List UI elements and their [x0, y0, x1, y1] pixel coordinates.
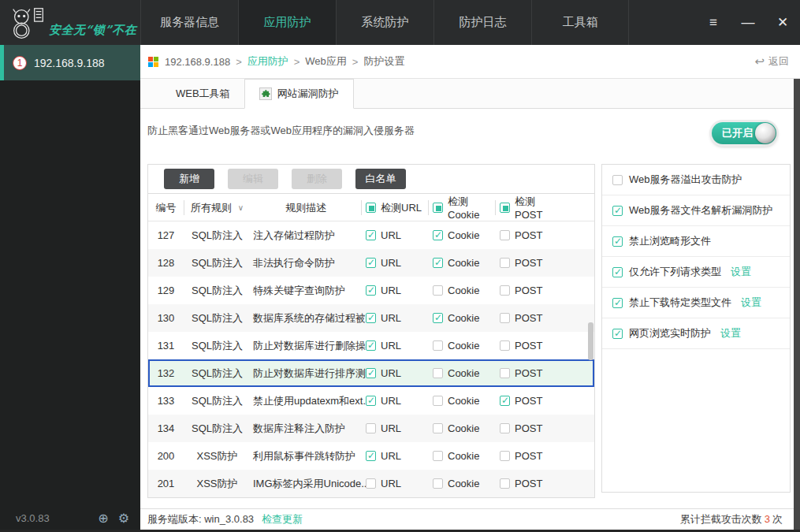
nav-item-3[interactable]: 系统防护: [336, 0, 433, 45]
post-checkbox[interactable]: [500, 258, 510, 268]
sidebar-item-server[interactable]: 1 192.168.9.188: [0, 45, 140, 80]
table-row[interactable]: 129SQL防注入特殊关键字查询防护URLCookiePOST: [148, 277, 594, 304]
post-checkbox[interactable]: [500, 340, 510, 351]
panel-checkbox[interactable]: [612, 267, 623, 277]
back-label: 返回: [768, 54, 789, 69]
url-checkbox[interactable]: [366, 285, 376, 296]
cookie-checkbox-label: Cookie: [448, 257, 479, 269]
header-check-cookie[interactable]: 检测Cookie: [428, 194, 495, 221]
cookie-checkbox[interactable]: [433, 368, 443, 378]
settings-link[interactable]: 设置: [731, 265, 751, 279]
panel-checkbox[interactable]: [612, 298, 623, 308]
table-scrollbar-thumb[interactable]: [588, 322, 593, 360]
nav-item-1[interactable]: 服务器信息: [140, 0, 238, 45]
cookie-select-all-checkbox[interactable]: [433, 203, 443, 213]
rule-cookie-cell: Cookie: [428, 257, 495, 269]
table-row[interactable]: 131SQL防注入防止对数据库进行删除操...URLCookiePOST: [148, 332, 594, 359]
table-row[interactable]: 127SQL防注入注入存储过程防护URLCookiePOST: [148, 221, 594, 249]
url-checkbox[interactable]: [366, 368, 376, 378]
cookie-checkbox[interactable]: [433, 258, 443, 268]
cookie-checkbox[interactable]: [433, 451, 443, 461]
cookie-checkbox[interactable]: [433, 396, 443, 406]
breadcrumb-item-4[interactable]: 防护设置: [363, 54, 404, 69]
rule-filter-dropdown[interactable]: 所有规则 ∨: [184, 194, 251, 221]
post-checkbox[interactable]: [500, 285, 510, 296]
check-update-link[interactable]: 检查更新: [262, 512, 303, 526]
post-checkbox[interactable]: [500, 396, 510, 406]
settings-link[interactable]: 设置: [741, 296, 761, 310]
url-checkbox[interactable]: [366, 396, 376, 406]
url-checkbox[interactable]: [366, 258, 376, 268]
rule-post-cell: POST: [495, 340, 562, 352]
breadcrumb-item-3[interactable]: Web应用: [305, 54, 347, 69]
panel-item-2: Web服务器文件名解析漏洞防护: [602, 195, 790, 226]
rule-description: 数据库注释注入防护: [251, 422, 361, 436]
rule-cookie-cell: Cookie: [428, 395, 495, 407]
panel-checkbox[interactable]: [612, 329, 623, 339]
post-checkbox[interactable]: [500, 313, 510, 323]
table-row[interactable]: 134SQL防注入数据库注释注入防护URLCookiePOST: [148, 415, 594, 442]
cookie-checkbox[interactable]: [433, 340, 443, 351]
url-select-all-checkbox[interactable]: [366, 203, 376, 213]
url-checkbox[interactable]: [366, 451, 376, 461]
whitelist-button[interactable]: 白名单: [355, 169, 406, 189]
table-row[interactable]: 130SQL防注入数据库系统的存储过程被...URLCookiePOST: [148, 304, 594, 332]
menu-icon[interactable]: ≡: [705, 15, 721, 31]
post-checkbox[interactable]: [500, 451, 510, 461]
breadcrumb-item-2[interactable]: 应用防护: [247, 54, 288, 69]
rule-type: SQL防注入: [184, 422, 251, 436]
nav-item-2[interactable]: 应用防护: [238, 0, 336, 45]
header-check-post[interactable]: 检测POST: [495, 194, 562, 221]
table-row[interactable]: 133SQL防注入禁止使用updatexm和ext...URLCookiePOS…: [148, 387, 594, 415]
rule-description: IMG标签内采用Unicode...: [251, 477, 361, 491]
breadcrumb-item-1[interactable]: 192.168.9.188: [165, 56, 230, 68]
rule-id: 131: [148, 340, 184, 352]
nav-item-4[interactable]: 防护日志: [433, 0, 531, 45]
brand-title: 安全无“锁”不在: [49, 23, 136, 43]
post-checkbox[interactable]: [500, 423, 510, 433]
post-checkbox-label: POST: [515, 285, 542, 296]
rule-type: XSS防护: [184, 477, 251, 491]
nav-item-5[interactable]: 工具箱: [531, 0, 629, 45]
cookie-checkbox[interactable]: [433, 313, 443, 323]
table-row[interactable]: 128SQL防注入非法执行命令防护URLCookiePOST: [148, 249, 594, 277]
cookie-checkbox[interactable]: [433, 478, 443, 489]
url-checkbox[interactable]: [366, 313, 376, 323]
settings-link[interactable]: 设置: [720, 326, 741, 340]
rule-type: SQL防注入: [184, 394, 251, 408]
minimize-icon[interactable]: —: [740, 15, 756, 31]
post-select-all-checkbox[interactable]: [500, 203, 510, 213]
settings-gear-icon[interactable]: ⚙: [118, 511, 129, 526]
rule-description: 数据库系统的存储过程被...: [251, 311, 361, 326]
add-server-icon[interactable]: ⊕: [98, 511, 108, 526]
add-rule-button[interactable]: 新增: [164, 169, 214, 189]
rule-id: 128: [148, 257, 184, 269]
table-row[interactable]: 132SQL防注入防止对数据库进行排序测试URLCookiePOST: [148, 359, 594, 387]
close-icon[interactable]: ✕: [775, 14, 791, 31]
rule-post-cell: POST: [495, 257, 562, 269]
tab-1[interactable]: WEB工具箱: [162, 79, 244, 108]
panel-checkbox[interactable]: [612, 175, 623, 185]
post-checkbox[interactable]: [500, 478, 510, 489]
cookie-checkbox[interactable]: [433, 230, 443, 240]
tab-2[interactable]: 网站漏洞防护: [244, 79, 354, 109]
header-check-url[interactable]: 检测URL: [361, 194, 428, 221]
back-button[interactable]: ↩ 返回: [754, 54, 789, 69]
post-checkbox[interactable]: [500, 368, 510, 378]
protection-toggle[interactable]: 已开启: [712, 122, 776, 144]
toggle-knob[interactable]: [755, 123, 776, 143]
panel-checkbox[interactable]: [612, 206, 623, 216]
table-row[interactable]: 200XSS防护利用鼠标事件跳转防护URLCookiePOST: [148, 442, 594, 470]
url-checkbox[interactable]: [366, 230, 376, 240]
cookie-checkbox-label: Cookie: [448, 312, 479, 324]
table-row[interactable]: 201XSS防护IMG标签内采用Unicode...URLCookiePOST: [148, 470, 594, 497]
cookie-checkbox[interactable]: [433, 285, 443, 296]
panel-checkbox[interactable]: [612, 236, 623, 247]
url-checkbox[interactable]: [366, 340, 376, 351]
url-checkbox[interactable]: [366, 423, 376, 433]
cookie-checkbox[interactable]: [433, 423, 443, 433]
rule-url-cell: URL: [361, 367, 428, 379]
post-checkbox-label: POST: [515, 257, 542, 269]
post-checkbox[interactable]: [500, 230, 510, 240]
url-checkbox[interactable]: [366, 478, 376, 489]
